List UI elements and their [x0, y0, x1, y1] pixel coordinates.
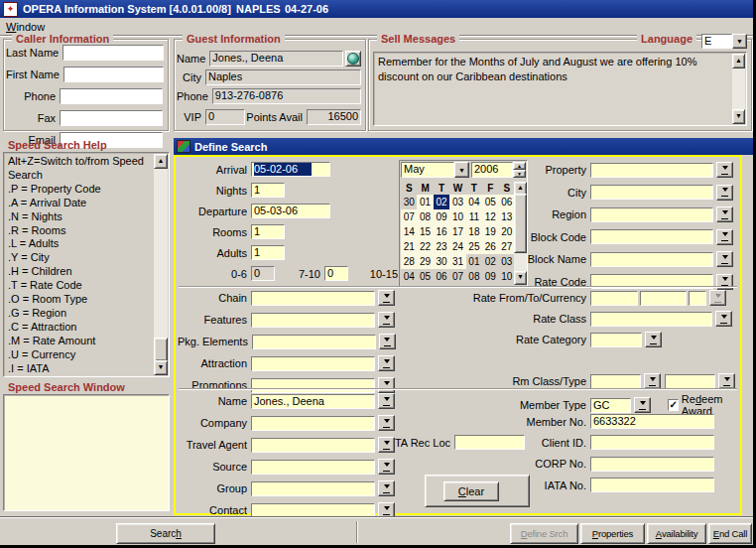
guest-vip-field[interactable]: 0 — [205, 109, 245, 125]
features-field[interactable] — [251, 313, 375, 328]
last-name-field[interactable] — [63, 45, 164, 61]
group-field[interactable] — [251, 481, 375, 496]
member-no-field[interactable]: 6633322 — [590, 414, 714, 429]
rate-class-lov-button[interactable] — [715, 311, 732, 327]
language-dropdown-button[interactable]: ▼ — [732, 34, 747, 49]
rm-type-field[interactable] — [665, 374, 715, 389]
rm-type-lov-button[interactable] — [718, 373, 735, 389]
scroll-down-icon[interactable]: ▼ — [154, 360, 168, 375]
calendar-day-cell[interactable]: 09 — [482, 269, 498, 284]
calendar-day-cell[interactable]: 10 — [449, 209, 465, 224]
calendar-day-cell[interactable]: 01 — [417, 195, 433, 209]
children-0-6-field[interactable]: 0 — [251, 266, 275, 281]
block-code-field[interactable] — [590, 229, 713, 244]
calendar-day-cell[interactable]: 23 — [434, 239, 449, 254]
calendar-day-cell[interactable]: 25 — [466, 239, 482, 254]
clear-button[interactable]: Clear — [443, 481, 499, 501]
contact-field[interactable] — [251, 503, 375, 518]
calendar-day-cell[interactable]: 04 — [401, 269, 417, 284]
children-7-10-field[interactable]: 0 — [324, 266, 348, 281]
client-id-field[interactable] — [590, 435, 714, 450]
scroll-up-icon[interactable]: ▲ — [732, 54, 745, 68]
calendar-day-cell[interactable]: 17 — [449, 224, 465, 239]
calendar-day-cell[interactable]: 06 — [434, 269, 449, 284]
menu-window[interactable]: Window — [0, 20, 51, 34]
calendar-day-cell[interactable]: 05 — [482, 195, 498, 209]
travel-agent-field[interactable] — [251, 438, 375, 453]
calendar-day-cell[interactable]: 04 — [466, 195, 482, 209]
property-field[interactable] — [590, 163, 713, 178]
name-lov-button[interactable] — [378, 393, 395, 409]
calendar-day-cell[interactable]: 14 — [401, 224, 417, 239]
calendar-day-cell[interactable]: 02 — [434, 195, 449, 209]
calendar-day-cell[interactable]: 30 — [434, 254, 449, 269]
contact-lov-button[interactable] — [378, 502, 395, 518]
member-type-lov-button[interactable] — [634, 397, 651, 413]
company-field[interactable] — [251, 416, 375, 431]
calendar-day-cell[interactable]: 11 — [466, 209, 482, 224]
source-field[interactable] — [251, 460, 375, 475]
scroll-up-icon[interactable]: ▲ — [154, 154, 168, 169]
guest-phone-field[interactable]: 913-276-0876 — [212, 88, 361, 104]
calendar-day-cell[interactable]: 08 — [466, 269, 482, 284]
rate-currency-field[interactable] — [689, 291, 706, 306]
calendar-day-cell[interactable]: 02 — [482, 254, 498, 269]
rate-from-field[interactable] — [590, 291, 638, 306]
iata-no-field[interactable] — [590, 478, 714, 492]
calendar-month-dropdown-button[interactable]: ▼ — [454, 162, 469, 178]
calendar-day-cell[interactable]: 12 — [482, 209, 498, 224]
calendar-year-field[interactable]: 2006 — [471, 162, 513, 178]
calendar-day-cell[interactable]: 20 — [499, 224, 515, 239]
speed-search-help-list[interactable]: Alt+Z=Switch to/from Speed Search .P = P… — [3, 152, 170, 377]
calendar-day-cell[interactable]: 29 — [417, 254, 433, 269]
sell-message-scrollbar[interactable]: ▲ ▼ — [732, 54, 745, 124]
calendar-day-cell[interactable]: 06 — [499, 195, 515, 209]
nights-field[interactable]: 1 — [251, 183, 285, 198]
rate-to-field[interactable] — [640, 291, 687, 306]
calendar-day-cell[interactable]: 27 — [499, 239, 515, 254]
calendar-day-cell[interactable]: 13 — [499, 209, 515, 224]
guest-name-field[interactable]: Jones., Deena — [209, 51, 342, 67]
guest-city-field[interactable]: Naples — [205, 69, 361, 85]
calendar-day-cell[interactable]: 19 — [482, 224, 498, 239]
promotions-field[interactable] — [251, 378, 375, 393]
calendar-day-cell[interactable]: 09 — [434, 209, 449, 224]
language-combo[interactable]: E ▼ — [701, 34, 747, 49]
company-lov-button[interactable] — [378, 415, 395, 431]
redeem-award-checkbox[interactable]: ✓ — [668, 399, 678, 411]
guest-points-avail-field[interactable]: 16500 — [307, 109, 361, 125]
block-name-lov-button[interactable] — [716, 251, 733, 267]
calendar-day-cell[interactable]: 03 — [449, 195, 465, 209]
region-field[interactable] — [590, 207, 713, 222]
ta-rec-loc-field[interactable] — [454, 435, 525, 450]
region-lov-button[interactable] — [716, 206, 733, 222]
attraction-field[interactable] — [251, 356, 375, 371]
calendar-grid[interactable]: 3001020304050607080910111213141516171819… — [401, 195, 515, 284]
rate-category-field[interactable] — [590, 333, 642, 347]
language-value[interactable]: E — [701, 34, 732, 49]
scrollbar-thumb[interactable] — [154, 338, 168, 361]
search-button[interactable]: Search — [116, 523, 215, 544]
pkg-elements-field[interactable] — [252, 335, 376, 349]
speed-help-scrollbar[interactable]: ▲ ▼ — [154, 154, 168, 375]
calendar-day-cell[interactable]: 30 — [401, 195, 417, 209]
pkg-elements-lov-button[interactable] — [379, 334, 396, 349]
end-call-button[interactable]: End Call — [708, 523, 752, 544]
adults-field[interactable]: 1 — [251, 245, 285, 260]
features-lov-button[interactable] — [378, 312, 395, 328]
promotions-lov-button[interactable] — [378, 377, 395, 393]
calendar-day-cell[interactable]: 07 — [449, 269, 465, 284]
properties-button[interactable]: Properties — [580, 523, 645, 544]
calendar-day-cell[interactable]: 18 — [466, 224, 482, 239]
speed-search-window-area[interactable] — [3, 394, 170, 511]
rooms-field[interactable]: 1 — [251, 224, 285, 239]
calendar-month-value[interactable]: May — [401, 162, 454, 178]
calendar-day-cell[interactable]: 28 — [401, 254, 417, 269]
fax-field[interactable] — [60, 110, 163, 126]
name-field[interactable]: Jones., Deena — [251, 394, 375, 409]
calendar-month-combo[interactable]: May ▼ — [401, 162, 469, 178]
calendar-day-cell[interactable]: 22 — [417, 239, 433, 254]
calendar-day-cell[interactable]: 16 — [434, 224, 449, 239]
calendar-day-cell[interactable]: 01 — [466, 254, 482, 269]
first-name-field[interactable] — [63, 67, 164, 82]
